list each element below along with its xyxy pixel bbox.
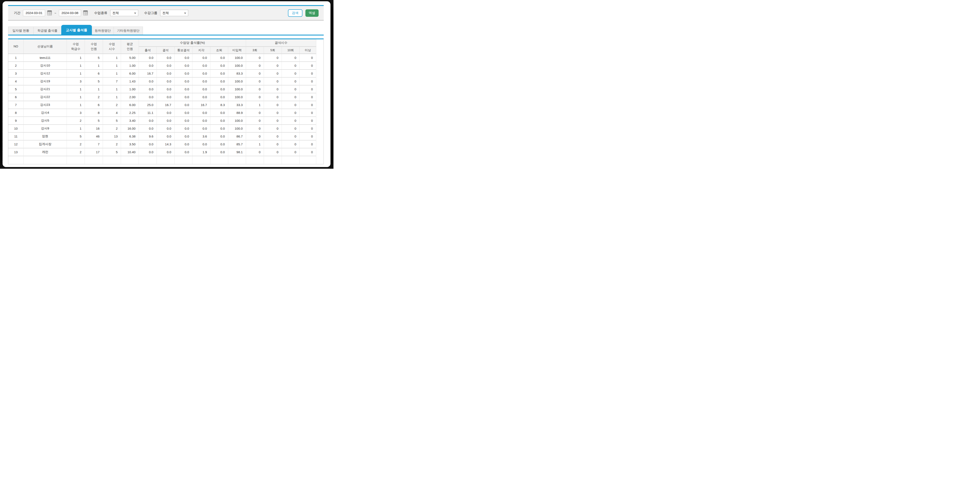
cell-value: 0 — [264, 78, 282, 86]
table-filler-cell — [85, 156, 103, 164]
cell-value: 17 — [85, 148, 103, 156]
cell-value: 0.0 — [175, 78, 192, 86]
column-header-3: 수업학급수 — [67, 39, 85, 54]
cell-value: 0 — [264, 101, 282, 109]
cell-teacher-name: 강사21 — [24, 86, 67, 93]
sub-header-9: 10회 — [282, 46, 300, 54]
table-filler-cell — [210, 156, 228, 164]
cell-value: 2 — [103, 141, 121, 148]
cell-value: 0.0 — [175, 54, 192, 62]
cell-teacher-name: 강사19 — [24, 78, 67, 86]
cell-value: 0.0 — [175, 101, 192, 109]
cell-value: 0 — [264, 70, 282, 78]
cell-value: 0.0 — [157, 70, 175, 78]
column-header-2: 선생님이름 — [24, 39, 67, 54]
sub-header-2: 결석 — [157, 46, 175, 54]
calendar-to-button[interactable] — [83, 10, 88, 16]
table-filler-cell — [300, 156, 316, 164]
enroll-group-select[interactable]: 전체 ∨ — [160, 10, 188, 16]
table-filler-cell — [282, 156, 300, 164]
cell-value: 100.0 — [228, 117, 246, 125]
table-right-gutter — [316, 54, 323, 62]
calendar-icon — [83, 10, 88, 16]
enroll-group-label: 수강그룹 — [144, 11, 158, 15]
cell-value: 0 — [282, 117, 300, 125]
cell-value: 1 — [103, 54, 121, 62]
cell-value: 0.0 — [192, 78, 210, 86]
cell-value: 3.40 — [121, 117, 139, 125]
cell-value: 0 — [282, 141, 300, 148]
cell-no: 6 — [8, 93, 24, 101]
tab-5[interactable]: 기타등하원명단 — [114, 27, 143, 35]
sub-header-5: 조퇴 — [210, 46, 228, 54]
cell-value: 0 — [300, 86, 316, 93]
attendance-table-wrap: NO선생님이름수업학급수수업인원수업시수평균인원수업당 출석률(%)결석시수출석… — [8, 38, 324, 164]
cell-value: 3.6 — [192, 133, 210, 141]
cell-value: 0 — [264, 54, 282, 62]
table-right-gutter — [316, 62, 323, 70]
cell-value: 0.0 — [175, 62, 192, 70]
cell-value: 0 — [300, 148, 316, 156]
sub-header-8: 5회 — [264, 46, 282, 54]
cell-value: 0.0 — [157, 93, 175, 101]
cell-value: 5 — [67, 133, 85, 141]
cell-value: 2.00 — [121, 93, 139, 101]
sub-header-10: 이상 — [300, 46, 316, 54]
excel-button[interactable]: 엑셀 — [305, 10, 318, 17]
cell-value: 5 — [85, 117, 103, 125]
cell-value: 0 — [246, 125, 264, 133]
cell-value: 0.0 — [157, 78, 175, 86]
column-header-4: 수업인원 — [85, 39, 103, 54]
cell-value: 7 — [103, 78, 121, 86]
cell-value: 0.0 — [139, 62, 157, 70]
cell-value: 0.0 — [175, 109, 192, 117]
sub-header-7: 3회 — [246, 46, 264, 54]
table-right-gutter — [316, 125, 323, 133]
cell-value: 0 — [300, 133, 316, 141]
cell-value: 1 — [85, 86, 103, 93]
cell-value: 0 — [282, 54, 300, 62]
cell-value: 0 — [282, 148, 300, 156]
cell-value: 1 — [67, 86, 85, 93]
cell-value: 0.0 — [139, 148, 157, 156]
cell-value: 0 — [264, 133, 282, 141]
cell-value: 0 — [300, 54, 316, 62]
cell-value: 10.40 — [121, 148, 139, 156]
cell-value: 5.00 — [121, 54, 139, 62]
tab-1[interactable]: 일자별 현황 — [8, 27, 33, 35]
cell-value: 0.0 — [210, 70, 228, 78]
tab-2[interactable]: 학급별 출석률 — [33, 27, 62, 35]
cell-value: 86.7 — [228, 133, 246, 141]
date-from-input[interactable] — [23, 10, 45, 16]
table-filler-cell — [121, 156, 139, 164]
cell-value: 0.0 — [175, 117, 192, 125]
calendar-from-button[interactable] — [47, 10, 52, 16]
cell-value: 1.00 — [121, 62, 139, 70]
cell-no: 13 — [8, 148, 24, 156]
cell-value: 0.0 — [139, 54, 157, 62]
cell-value: 0 — [264, 117, 282, 125]
search-button[interactable]: 검색 — [288, 10, 302, 17]
cell-value: 0 — [264, 148, 282, 156]
cell-value: 5 — [103, 148, 121, 156]
cell-value: 14.3 — [157, 141, 175, 148]
cell-value: 0.0 — [192, 117, 210, 125]
tab-4[interactable]: 등하원명단 — [92, 27, 114, 35]
cell-value: 0 — [264, 93, 282, 101]
cell-value: 0 — [282, 101, 300, 109]
cell-value: 88.9 — [228, 109, 246, 117]
cell-value: 0.0 — [175, 133, 192, 141]
class-type-select[interactable]: 전체 ∨ — [110, 10, 138, 16]
cell-value: 0.0 — [210, 133, 228, 141]
cell-value: 2 — [103, 101, 121, 109]
date-to-input[interactable] — [59, 10, 81, 16]
cell-value: 0.0 — [139, 78, 157, 86]
tab-3[interactable]: 교사별 출석률 — [61, 25, 92, 35]
cell-teacher-name: 강사9 — [24, 125, 67, 133]
cell-value: 0 — [246, 109, 264, 117]
table-filler-cell — [228, 156, 246, 164]
cell-value: 0 — [282, 78, 300, 86]
cell-value: 5 — [85, 78, 103, 86]
cell-value: 0 — [246, 86, 264, 93]
cell-teacher-name: 정현 — [24, 133, 67, 141]
